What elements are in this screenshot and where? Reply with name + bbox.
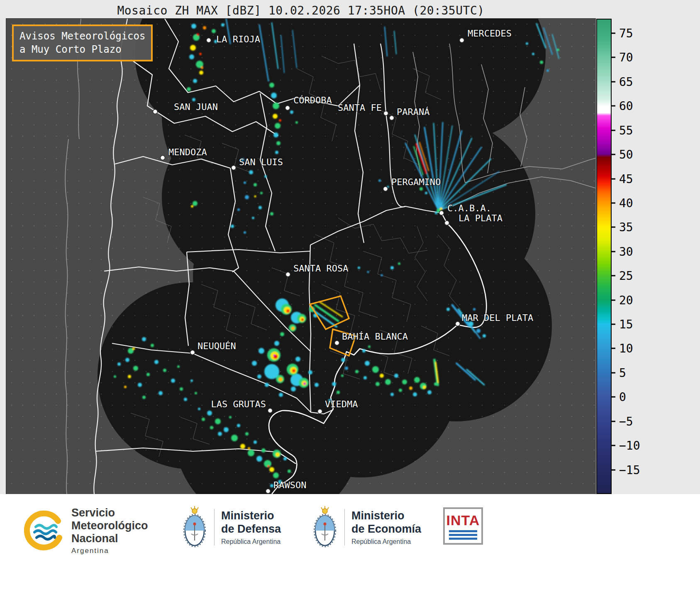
city-marker xyxy=(153,110,158,114)
smn-wordmark: Servicio Meteorológico Nacional Argentin… xyxy=(71,506,148,555)
city-label: SAN JUAN xyxy=(174,102,218,112)
argentina-coat-of-arms-icon xyxy=(182,506,207,549)
smn-line3: Nacional xyxy=(71,532,148,545)
inta-label: INTA xyxy=(446,512,480,528)
city-label: SAN LUIS xyxy=(239,157,283,167)
city-label: LAS GRUTAS xyxy=(211,399,266,409)
colorbar-tick: 50 xyxy=(612,148,633,161)
colorbar-tick: 25 xyxy=(612,269,633,283)
city-marker xyxy=(318,409,322,414)
colorbar-tick: −10 xyxy=(612,439,640,453)
colorbar: 757065605550454035302520151050−5−10−15 xyxy=(596,19,696,494)
economia-logo-group: Ministerio de Economía República Argenti… xyxy=(312,506,421,549)
page-title: Mosaico ZH MAX [dBZ] 10.02.2026 17:35HOA… xyxy=(6,4,595,17)
defensa-sub: República Argentina xyxy=(221,538,281,546)
city-marker xyxy=(207,38,211,43)
smn-line2: Meteorológico xyxy=(71,519,148,532)
city-marker xyxy=(266,489,271,494)
radar-map: LA RIOJAMERCEDESSAN JUANCÓRDOBASANTA FEP… xyxy=(6,19,595,494)
colorbar-tick: 40 xyxy=(612,196,633,210)
city-marker xyxy=(268,409,273,413)
city-marker xyxy=(390,116,394,120)
city-label: SANTA ROSA xyxy=(293,263,348,274)
colorbar-tick: 20 xyxy=(612,293,633,307)
city-label: RAWSON xyxy=(273,480,306,490)
city-marker xyxy=(335,341,339,345)
logo-divider xyxy=(214,509,215,546)
argentina-coat-of-arms-icon xyxy=(312,506,338,549)
defensa-wordmark: Ministerio de Defensa República Argentin… xyxy=(221,509,281,546)
economia-wordmark: Ministerio de Economía República Argenti… xyxy=(351,509,421,546)
colorbar-tick: 10 xyxy=(612,342,633,355)
city-label: C.A.B.A. xyxy=(447,203,491,213)
colorbar-tick: 35 xyxy=(612,220,633,234)
city-marker xyxy=(161,156,165,160)
defensa-line1: Ministerio xyxy=(221,509,281,522)
city-label: NEUQUÉN xyxy=(198,341,236,351)
city-label: MENDOZA xyxy=(168,147,207,157)
colorbar-tick: 30 xyxy=(612,245,633,258)
economia-sub: República Argentina xyxy=(351,538,421,546)
city-label: LA PLATA xyxy=(459,213,502,223)
smn-line4: Argentina xyxy=(71,547,148,555)
city-label: MERCEDES xyxy=(468,28,512,39)
colorbar-tick: 65 xyxy=(612,75,633,88)
city-marker xyxy=(384,111,388,116)
city-label: LA RIOJA xyxy=(216,34,260,44)
economia-line1: Ministerio xyxy=(351,509,421,522)
city-label: BAHÍA BLANCA xyxy=(342,331,408,342)
colorbar-tick: 5 xyxy=(612,366,626,379)
colorbar-gradient xyxy=(596,19,612,494)
inta-waves-icon xyxy=(449,528,477,540)
city-label: CÓRDOBA xyxy=(293,95,332,105)
radar-product-page: Mosaico ZH MAX [dBZ] 10.02.2026 17:35HOA… xyxy=(0,0,700,597)
colorbar-tick: 0 xyxy=(612,390,626,404)
economia-line2: de Economía xyxy=(351,522,421,536)
colorbar-tick: 60 xyxy=(612,99,633,113)
inta-logo-icon: INTA xyxy=(443,507,483,545)
city-marker xyxy=(190,350,195,355)
warning-legend-line2: a Muy Corto Plazo xyxy=(20,43,145,56)
colorbar-tick: 55 xyxy=(612,123,633,137)
colorbar-tick: 45 xyxy=(612,172,633,186)
city-marker xyxy=(439,211,444,215)
city-label: MAR DEL PLATA xyxy=(462,313,533,323)
smn-logo-icon xyxy=(24,510,66,552)
city-label: VIEDMA xyxy=(325,399,358,409)
city-marker xyxy=(383,187,388,191)
colorbar-tick: 75 xyxy=(612,27,633,40)
colorbar-tick: 15 xyxy=(612,318,633,331)
colorbar-tick: 70 xyxy=(612,51,633,64)
graticule-dots xyxy=(6,19,595,494)
city-marker xyxy=(232,166,236,170)
city-marker xyxy=(445,221,449,225)
city-label: PERGAMINO xyxy=(391,177,441,187)
smn-logo-group: Servicio Meteorológico Nacional Argentin… xyxy=(24,506,148,555)
city-marker xyxy=(285,106,290,110)
defensa-line2: de Defensa xyxy=(221,522,281,536)
city-label: PARANÁ xyxy=(397,107,429,117)
city-label: SANTA FE xyxy=(338,103,382,113)
logo-divider xyxy=(344,509,345,546)
footer: Servicio Meteorológico Nacional Argentin… xyxy=(0,494,700,597)
colorbar-tick: −15 xyxy=(612,463,640,477)
warning-legend: Avisos Meteorológicos a Muy Corto Plazo xyxy=(12,24,153,61)
smn-line1: Servicio xyxy=(71,506,148,519)
colorbar-tick: −5 xyxy=(612,414,633,428)
city-marker xyxy=(460,38,464,43)
city-marker xyxy=(286,272,290,277)
defensa-logo-group: Ministerio de Defensa República Argentin… xyxy=(182,506,281,549)
radar-map-canvas: LA RIOJAMERCEDESSAN JUANCÓRDOBASANTA FEP… xyxy=(6,19,595,494)
city-marker xyxy=(456,322,460,326)
inta-logo-group: INTA xyxy=(443,507,483,545)
warning-legend-line1: Avisos Meteorológicos xyxy=(20,29,145,43)
